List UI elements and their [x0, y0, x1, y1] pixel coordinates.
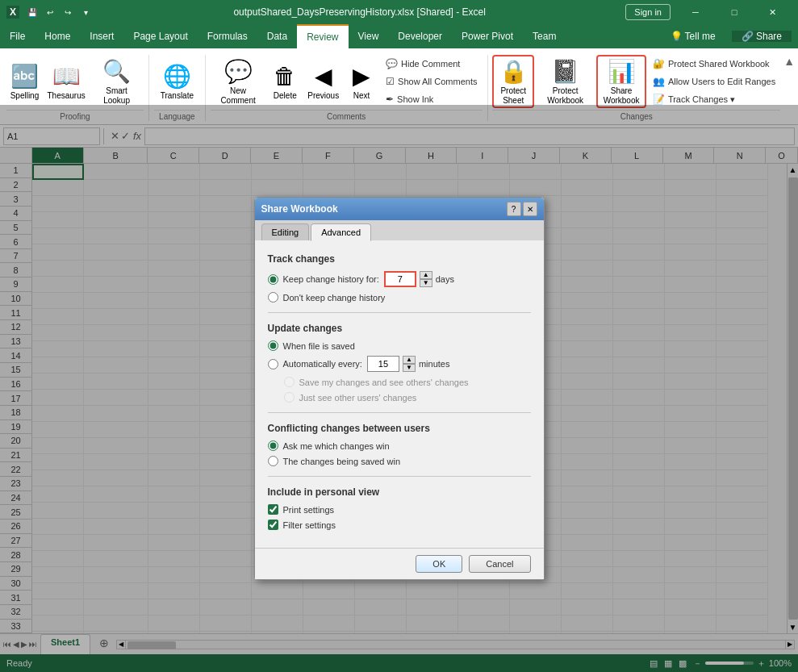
days-down-btn[interactable]: ▼ — [420, 279, 432, 287]
smart-lookup-btn[interactable]: 🔍 Smart Lookup — [90, 55, 144, 108]
keep-history-label: Keep change history for: — [283, 274, 379, 284]
menu-developer[interactable]: Developer — [388, 24, 452, 48]
protect-workbook-icon: 📓 — [551, 58, 579, 85]
delete-comment-btn[interactable]: 🗑 Delete — [267, 55, 303, 108]
show-all-comments-btn[interactable]: ☑ Show All Comments — [381, 73, 482, 90]
minutes-down-btn[interactable]: ▼ — [403, 364, 416, 372]
print-settings-label: Print settings — [283, 505, 335, 515]
menu-formulas[interactable]: Formulas — [198, 24, 257, 48]
new-comment-icon: 💬 — [224, 58, 253, 85]
previous-label: Previous — [307, 91, 339, 101]
collapse-ribbon-btn[interactable]: ▲ — [783, 55, 795, 68]
minutes-input[interactable] — [367, 356, 399, 372]
thesaurus-icon: 📖 — [52, 63, 81, 90]
update-changes-section-title: Update changes — [268, 323, 531, 334]
show-all-icon: ☑ — [386, 76, 395, 87]
hide-comment-btn[interactable]: 💬 Hide Comment — [381, 56, 482, 72]
show-ink-label: Show Ink — [397, 94, 433, 104]
close-btn[interactable]: ✕ — [754, 0, 792, 24]
protect-workbook-btn[interactable]: 📓 Protect Workbook — [536, 55, 595, 108]
next-comment-btn[interactable]: ▶ Next — [344, 55, 379, 108]
dialog-tab-editing[interactable]: Editing — [261, 223, 310, 240]
share-workbook-dialog: Share Workbook ? ✕ Editing Advanced Trac… — [254, 197, 545, 580]
title-bar-left: X 💾 ↩ ↪ ▾ — [6, 4, 94, 20]
dialog-footer: OK Cancel — [255, 548, 544, 579]
maximize-btn[interactable]: □ — [716, 0, 753, 24]
filter-settings-checkbox[interactable] — [268, 520, 278, 530]
keep-history-radio[interactable] — [268, 274, 278, 285]
dialog-title-bar: Share Workbook ? ✕ — [255, 198, 544, 220]
print-settings-row: Print settings — [268, 504, 531, 515]
keep-history-row: Keep change history for: ▲ ▼ days — [268, 271, 531, 287]
minutes-spinner-btns: ▲ ▼ — [403, 356, 416, 372]
just-see-row: Just see other users' changes — [268, 392, 531, 403]
menu-team[interactable]: Team — [523, 24, 566, 48]
dialog-content: Track changes Keep change history for: ▲… — [255, 240, 544, 548]
save-qs-btn[interactable]: 💾 — [24, 4, 40, 20]
hide-comment-label: Hide Comment — [401, 59, 460, 69]
print-settings-checkbox[interactable] — [268, 504, 278, 515]
undo-btn[interactable]: ↩ — [42, 4, 58, 20]
dialog-tab-advanced[interactable]: Advanced — [311, 223, 371, 241]
auto-every-radio[interactable] — [268, 359, 278, 369]
app-window: X 💾 ↩ ↪ ▾ outputShared_DaysPreservingHis… — [0, 0, 798, 672]
previous-icon: ◀ — [315, 63, 332, 90]
thesaurus-btn[interactable]: 📖 Thesaurus — [44, 55, 88, 108]
days-input[interactable] — [384, 271, 416, 287]
show-ink-icon: ✒ — [386, 94, 394, 105]
share-workbook-label: Share Workbook — [600, 86, 643, 106]
dialog-help-btn[interactable]: ? — [507, 202, 521, 216]
share-workbook-btn[interactable]: 📊 Share Workbook — [596, 55, 646, 108]
protect-sheet-btn[interactable]: 🔒 Protect Sheet — [492, 55, 534, 108]
dialog-title-buttons: ? ✕ — [507, 202, 537, 216]
allow-users-btn[interactable]: 👥 Allow Users to Edit Ranges — [648, 73, 780, 90]
minutes-up-btn[interactable]: ▲ — [403, 356, 416, 364]
window-controls: ─ □ ✕ — [677, 0, 792, 24]
tell-me-btn[interactable]: 💡 Tell me — [661, 31, 725, 42]
smart-lookup-label: Smart Lookup — [96, 86, 137, 106]
quick-access-toolbar: 💾 ↩ ↪ ▾ — [24, 4, 94, 20]
thesaurus-label: Thesaurus — [47, 91, 85, 101]
translate-label: Translate — [161, 91, 194, 101]
days-up-btn[interactable]: ▲ — [420, 271, 432, 279]
menu-file[interactable]: File — [0, 24, 35, 48]
menu-data[interactable]: Data — [257, 24, 297, 48]
customize-qs-btn[interactable]: ▾ — [77, 4, 94, 20]
track-changes-group: 🔐 Protect Shared Workbook 👥 Allow Users … — [648, 55, 780, 108]
ask-me-radio[interactable] — [268, 440, 278, 451]
minimize-btn[interactable]: ─ — [677, 0, 714, 24]
when-saved-radio[interactable] — [268, 340, 278, 351]
dialog-close-btn[interactable]: ✕ — [523, 202, 537, 216]
title-bar: X 💾 ↩ ↪ ▾ outputShared_DaysPreservingHis… — [0, 0, 798, 24]
menu-home[interactable]: Home — [35, 24, 80, 48]
redo-btn[interactable]: ↪ — [60, 4, 76, 20]
excel-icon: X — [6, 6, 19, 19]
save-my-changes-row: Save my changes and see others' changes — [268, 377, 531, 387]
protect-workbook-label: Protect Workbook — [542, 86, 588, 106]
menu-view[interactable]: View — [349, 24, 389, 48]
ok-button[interactable]: OK — [416, 555, 462, 573]
new-comment-btn[interactable]: 💬 New Comment — [211, 55, 265, 108]
menu-power-pivot[interactable]: Power Pivot — [452, 24, 523, 48]
being-saved-radio[interactable] — [268, 456, 278, 466]
previous-comment-btn[interactable]: ◀ Previous — [304, 55, 342, 108]
spelling-btn[interactable]: 🔤 Spelling — [6, 55, 43, 108]
dont-keep-history-label: Don't keep change history — [283, 293, 386, 303]
divider-2 — [268, 412, 531, 413]
save-my-changes-label: Save my changes and see others' changes — [299, 378, 469, 387]
menu-page-layout[interactable]: Page Layout — [123, 24, 197, 48]
cancel-button[interactable]: Cancel — [469, 555, 530, 573]
filter-settings-row: Filter settings — [268, 520, 531, 530]
dont-keep-history-radio[interactable] — [268, 292, 278, 303]
when-saved-row: When file is saved — [268, 340, 531, 351]
share-btn[interactable]: 🔗 Share — [732, 31, 792, 42]
menu-review[interactable]: Review — [297, 24, 348, 48]
translate-btn[interactable]: 🌐 Translate — [154, 55, 200, 108]
menu-insert[interactable]: Insert — [80, 24, 123, 48]
sign-in-button[interactable]: Sign in — [625, 4, 671, 20]
days-unit-label: days — [436, 274, 454, 284]
protect-shared-btn[interactable]: 🔐 Protect Shared Workbook — [648, 56, 780, 72]
new-comment-label: New Comment — [217, 86, 259, 106]
hide-comment-icon: 💬 — [386, 58, 398, 69]
show-all-label: Show All Comments — [398, 77, 477, 86]
